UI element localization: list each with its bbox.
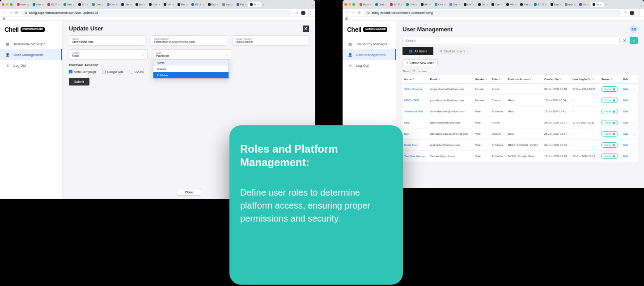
enable-toggle[interactable]: Enable <box>601 154 618 159</box>
browser-tab[interactable]: Cre× <box>105 2 119 7</box>
tab-close-icon[interactable]: × <box>158 3 160 6</box>
checkbox-meta[interactable]: ✓Meta Campaign <box>69 70 96 73</box>
browser-tab[interactable]: EC F× <box>388 2 404 7</box>
tab-close-icon[interactable]: × <box>415 3 417 6</box>
browser-tab[interactable]: Hom× <box>15 2 31 7</box>
browser-tab[interactable]: Ret× <box>176 2 190 7</box>
forward-icon[interactable]: → <box>9 11 13 15</box>
gender-select[interactable]: Gender*Male⌄ <box>69 49 148 60</box>
browser-tab[interactable]: EC S× <box>532 2 548 7</box>
submit-button[interactable]: Submit <box>69 78 89 85</box>
tab-close-icon[interactable]: × <box>130 3 131 6</box>
close-modal-button[interactable]: ✕ <box>303 26 309 32</box>
browser-tab[interactable]: Flo× <box>577 2 591 7</box>
role-option-creator[interactable]: Creater <box>153 66 229 72</box>
row-more-icon[interactable]: ⋮ <box>633 144 636 147</box>
browser-tab[interactable]: One× <box>373 2 388 7</box>
user-name-link[interactable]: rohit <box>404 121 410 124</box>
tab-close-icon[interactable]: × <box>73 3 75 6</box>
browser-tab[interactable]: exp× <box>563 2 577 7</box>
col-lastlog[interactable]: Last Log In On⇅ <box>571 75 599 84</box>
enable-toggle[interactable]: Enable <box>601 142 618 148</box>
role-select[interactable]: Role*Publisher⌄ Admin Creater Publisher <box>153 49 232 60</box>
browser-tab[interactable]: AI I× <box>76 2 90 7</box>
browser-tab[interactable]: Div× <box>476 2 490 7</box>
tab-close-icon[interactable]: × <box>559 3 561 6</box>
tab-close-icon[interactable]: × <box>370 3 372 6</box>
edit-link[interactable]: Edit <box>623 110 628 113</box>
create-user-button[interactable]: +Create New User <box>402 60 438 66</box>
browser-tab[interactable]: Div× <box>134 2 148 7</box>
tab-close-icon[interactable]: × <box>231 3 233 6</box>
star-icon[interactable]: ☆ <box>295 11 298 15</box>
browser-tab[interactable]: Life× <box>119 2 134 7</box>
profile-icon[interactable] <box>301 11 305 15</box>
browser-tab[interactable]: EC S× <box>190 2 206 7</box>
checkbox-google[interactable]: Google Ads <box>102 70 123 73</box>
browser-tab[interactable]: Onli× <box>62 2 76 7</box>
user-name-link[interactable]: Shreeshail Mali <box>404 110 423 113</box>
tab-close-icon[interactable]: × <box>258 3 259 6</box>
browser-tab[interactable]: Cre× <box>448 2 462 7</box>
site-info-icon[interactable]: ⊙ <box>367 11 370 15</box>
tab-close-icon[interactable]: × <box>515 3 517 6</box>
enable-toggle[interactable]: Enable <box>601 131 618 137</box>
browser-tab[interactable]: One× <box>31 2 46 7</box>
edit-link[interactable]: Edit <box>623 99 628 102</box>
tab-close-icon[interactable]: × <box>529 3 530 6</box>
browser-tab[interactable]: AI I× <box>419 2 433 7</box>
tab-dropdown-icon[interactable]: ⌄ <box>311 3 314 6</box>
col-status[interactable]: Status⇅ <box>599 75 621 84</box>
browser-tab[interactable]: Exp× <box>549 2 563 7</box>
role-option-publisher[interactable]: Publisher <box>153 72 229 78</box>
sidebar-item-logout[interactable]: ⎋Log Out <box>343 60 396 71</box>
col-name[interactable]: Name⇅ <box>402 75 428 84</box>
enable-toggle[interactable]: Enable <box>601 98 618 103</box>
col-gender[interactable]: Gender⇅ <box>473 75 490 84</box>
tab-close-icon[interactable]: × <box>87 3 89 6</box>
tab-close-icon[interactable]: × <box>472 3 474 6</box>
edit-link[interactable]: Edit <box>623 155 628 158</box>
entries-select[interactable]: 10 <box>411 69 417 73</box>
forward-icon[interactable]: → <box>352 11 355 15</box>
tab-close-icon[interactable]: × <box>587 3 589 6</box>
apps-icon[interactable]: ⊞ <box>345 17 348 21</box>
enable-toggle[interactable]: Enable <box>601 120 618 125</box>
browser-tab[interactable]: Cha× <box>433 2 448 7</box>
tab-close-icon[interactable]: × <box>42 3 44 6</box>
reload-icon[interactable]: ⟳ <box>15 11 18 15</box>
mobile-field[interactable]: Mobile Number*9004708906 <box>233 35 309 46</box>
row-more-icon[interactable]: ⋮ <box>633 111 636 113</box>
checkbox-dv360[interactable]: DV360 <box>130 70 144 73</box>
min-dot-icon[interactable] <box>348 3 351 6</box>
tab-close-icon[interactable]: × <box>574 3 576 6</box>
browser-tab[interactable]: Con× <box>490 2 504 7</box>
max-dot-icon[interactable] <box>352 3 355 6</box>
tab-close-icon[interactable]: × <box>458 3 460 6</box>
user-name-link[interactable]: Pratik Bhor <box>404 144 418 146</box>
browser-tab[interactable]: Hom× <box>358 2 373 7</box>
tab-close-icon[interactable]: × <box>600 3 602 6</box>
enable-toggle[interactable]: Enable <box>601 109 618 114</box>
sidebar-item-users[interactable]: 👤User Management <box>0 49 62 60</box>
star-icon[interactable]: ☆ <box>624 11 627 15</box>
user-name-link[interactable]: test <box>404 132 409 135</box>
tab-close-icon[interactable]: × <box>444 3 446 6</box>
url-bar[interactable]: ⊙ atddg.experiencecommerce.com/user/list… <box>364 10 621 16</box>
row-more-icon[interactable]: ⋮ <box>633 155 636 158</box>
max-dot-icon[interactable] <box>10 3 13 6</box>
sidebar-item-taxonomy[interactable]: ▤Taxonomy Manager <box>343 38 396 49</box>
tab-close-icon[interactable]: × <box>58 3 60 6</box>
edit-link[interactable]: Edit <box>623 121 628 124</box>
sidebar-item-logout[interactable]: ⎋Log Out <box>0 60 62 71</box>
tab-close-icon[interactable]: × <box>102 3 103 6</box>
more-icon[interactable]: ⋮ <box>637 10 641 15</box>
tab-all-users[interactable]: 👥All Users <box>402 47 433 55</box>
col-created[interactable]: Created On⇅ <box>542 75 571 84</box>
tab-close-icon[interactable]: × <box>27 3 29 6</box>
profile-icon[interactable] <box>630 11 634 15</box>
browser-tab[interactable]: Vib× <box>162 2 176 7</box>
browser-tab[interactable]: Flo× <box>235 2 248 7</box>
browser-tab[interactable]: Ret× <box>518 2 532 7</box>
tab-close-icon[interactable]: × <box>385 3 386 6</box>
